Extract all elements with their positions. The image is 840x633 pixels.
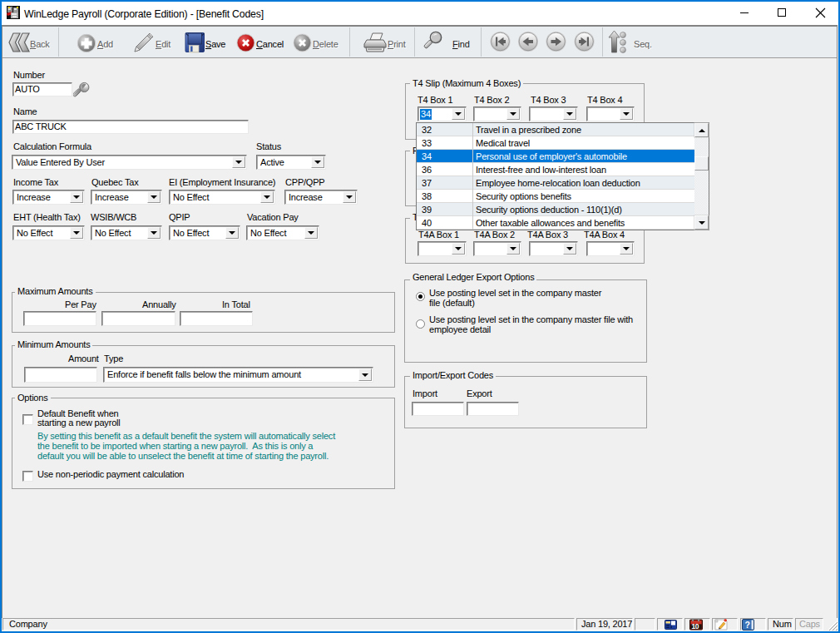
svg-text:?: ? <box>745 620 750 630</box>
svg-text:10: 10 <box>692 622 699 631</box>
